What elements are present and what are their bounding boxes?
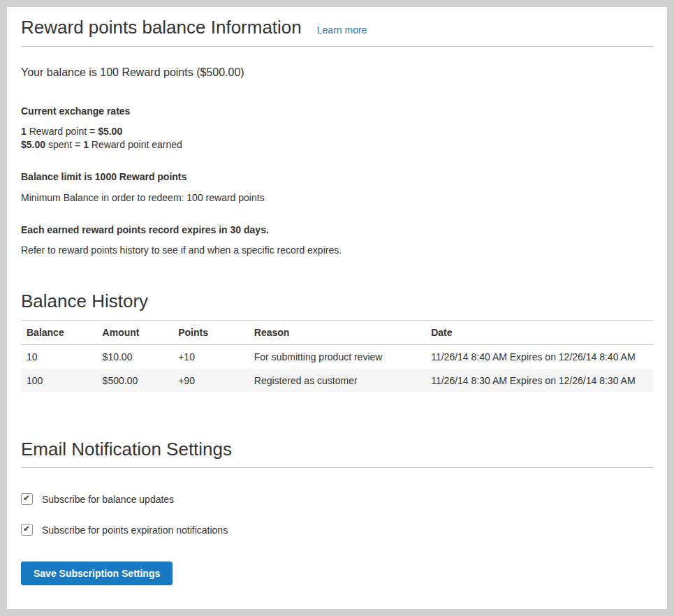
- balance-summary: Your balance is 100 Reward points ($500.…: [21, 65, 653, 80]
- minimum-balance-note: Minimum Balance in order to redeem: 100 …: [21, 191, 653, 205]
- checkbox-label[interactable]: Subscribe for balance updates: [42, 494, 174, 505]
- subscribe-balance-updates-checkbox[interactable]: [21, 493, 33, 505]
- email-settings-title: Email Notification Settings: [21, 439, 653, 468]
- page-title-bar: Reward points balance Information Learn …: [21, 17, 653, 47]
- column-header-amount: Amount: [97, 321, 173, 345]
- cell-reason: Registered as customer: [249, 369, 425, 393]
- save-subscription-settings-button[interactable]: Save Subscription Settings: [21, 562, 173, 585]
- column-header-balance: Balance: [21, 321, 97, 345]
- checkbox-label[interactable]: Subscribe for points expiration notifica…: [42, 525, 228, 536]
- learn-more-link[interactable]: Learn more: [317, 24, 367, 36]
- cell-balance: 10: [21, 345, 97, 369]
- exchange-rates: 1 Reward point = $5.00 $5.00 spent = 1 R…: [21, 125, 653, 152]
- cell-balance: 100: [21, 369, 97, 393]
- column-header-date: Date: [425, 321, 653, 345]
- page-title: Reward points balance Information: [21, 17, 302, 38]
- column-header-points: Points: [173, 321, 249, 345]
- cell-amount: $10.00: [97, 345, 173, 369]
- subscribe-points-expiration-checkbox[interactable]: [21, 524, 33, 536]
- table-row: 10 $10.00 +10 For submitting product rev…: [21, 345, 653, 369]
- subscribe-points-expiration-row[interactable]: Subscribe for points expiration notifica…: [21, 524, 653, 536]
- rate-line1: 1 Reward point = $5.00: [21, 126, 122, 137]
- subscribe-balance-updates-row[interactable]: Subscribe for balance updates: [21, 493, 653, 505]
- balance-history-table: Balance Amount Points Reason Date 10 $10…: [21, 320, 653, 393]
- balance-history-title: Balance History: [21, 291, 653, 312]
- table-header-row: Balance Amount Points Reason Date: [21, 321, 653, 345]
- cell-amount: $500.00: [97, 369, 173, 393]
- column-header-reason: Reason: [249, 321, 425, 345]
- cell-points: +90: [173, 369, 249, 393]
- table-row: 100 $500.00 +90 Registered as customer 1…: [21, 369, 653, 393]
- expiration-heading: Each earned reward points record expires…: [21, 223, 653, 237]
- exchange-rates-heading: Current exchange rates: [21, 104, 653, 118]
- cell-date: 11/26/14 8:30 AM Expires on 12/26/14 8:3…: [425, 369, 653, 393]
- rate-line2: $5.00 spent = 1 Reward point earned: [21, 139, 182, 150]
- page-background: Reward points balance Information Learn …: [0, 0, 674, 616]
- reward-points-panel: Reward points balance Information Learn …: [7, 7, 667, 609]
- expiration-note: Refer to reward points history to see if…: [21, 243, 653, 257]
- cell-reason: For submitting product review: [249, 345, 425, 369]
- balance-limit-heading: Balance limit is 1000 Reward points: [21, 170, 653, 184]
- cell-date: 11/26/14 8:40 AM Expires on 12/26/14 8:4…: [425, 345, 653, 369]
- cell-points: +10: [173, 345, 249, 369]
